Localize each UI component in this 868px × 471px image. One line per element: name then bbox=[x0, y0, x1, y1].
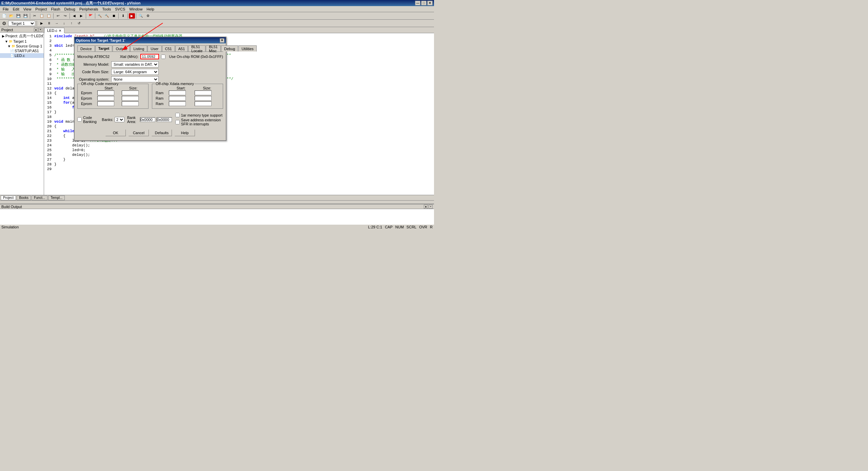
dialog-tab-debug[interactable]: Debug bbox=[221, 45, 238, 52]
project-settings-icon[interactable]: ⚙ bbox=[1, 20, 7, 26]
dialog-close-button[interactable]: ✕ bbox=[220, 38, 224, 43]
code-rom-label: Code Rom Size: bbox=[77, 70, 111, 74]
bank-end-input[interactable] bbox=[157, 117, 172, 122]
menu-peripherals[interactable]: Peripherals bbox=[77, 6, 100, 12]
eprom3-size[interactable] bbox=[122, 101, 139, 106]
tree-source-group[interactable]: ▼ 📁 Source Group 1 bbox=[0, 44, 44, 48]
ram2-start[interactable] bbox=[169, 96, 186, 101]
bank-area-label: Bank Area: bbox=[127, 116, 139, 124]
build-all-button[interactable]: 🔨 bbox=[103, 13, 110, 19]
dialog-tab-utilities[interactable]: Utilities bbox=[238, 45, 256, 52]
ram3-start[interactable] bbox=[169, 101, 186, 106]
menu-tools[interactable]: Tools bbox=[100, 6, 113, 12]
bank-start-input[interactable] bbox=[140, 117, 155, 122]
memory-model-select[interactable]: Small: variables in DATA bbox=[111, 61, 159, 67]
redo-button[interactable]: ↪ bbox=[62, 13, 68, 19]
dialog-tab-user[interactable]: User bbox=[147, 45, 161, 52]
use-onchip-rom-checkbox[interactable] bbox=[161, 55, 165, 59]
far-memory-checkbox[interactable] bbox=[175, 113, 180, 117]
tab-templates[interactable]: Templ... bbox=[48, 196, 65, 200]
save-all-button[interactable]: 💾 bbox=[22, 13, 29, 19]
dialog-tab-output[interactable]: Output bbox=[113, 45, 130, 52]
code-rom-select[interactable]: Large: 64K program bbox=[111, 69, 159, 75]
ram1-start[interactable] bbox=[169, 90, 186, 95]
menu-svcs[interactable]: SVCS bbox=[113, 6, 127, 12]
debug-stop-icon[interactable]: ⏸ bbox=[46, 20, 53, 26]
eprom1-size[interactable] bbox=[122, 90, 139, 95]
menu-help[interactable]: Help bbox=[144, 6, 156, 12]
tab-project[interactable]: Project bbox=[1, 196, 16, 200]
tree-target[interactable]: ▼ 📁 Target 1 bbox=[0, 39, 44, 44]
debug-step-out-icon[interactable]: ↑ bbox=[68, 20, 75, 26]
tab-close-icon[interactable]: ✕ bbox=[59, 29, 61, 33]
eprom2-size[interactable] bbox=[122, 96, 139, 101]
panel-close-button[interactable]: ✕ bbox=[38, 28, 42, 32]
ram1-size[interactable] bbox=[195, 90, 212, 95]
debug-run-icon[interactable]: ▶ bbox=[38, 20, 45, 26]
replace-button[interactable]: ⚙ bbox=[144, 13, 151, 19]
xtal-input[interactable] bbox=[140, 54, 159, 59]
code-scrollbar-h[interactable] bbox=[0, 200, 434, 204]
help-button[interactable]: Help bbox=[175, 129, 195, 136]
close-button[interactable]: ✕ bbox=[427, 1, 433, 5]
build-button[interactable]: 🔨 bbox=[96, 13, 103, 19]
download-button[interactable]: ⬇ bbox=[120, 13, 126, 19]
target-select[interactable]: Target 1 bbox=[8, 21, 35, 26]
ram3-size[interactable] bbox=[195, 101, 212, 106]
copy-button[interactable]: 📋 bbox=[38, 13, 45, 19]
menu-project[interactable]: Project bbox=[33, 6, 49, 12]
menu-debug[interactable]: Debug bbox=[62, 6, 77, 12]
cancel-button[interactable]: Cancel bbox=[129, 129, 149, 136]
code-tab-led[interactable]: LED.c ✕ bbox=[44, 28, 64, 33]
dialog-tab-bl51-locate[interactable]: BL51 Locate bbox=[188, 45, 205, 52]
menu-view[interactable]: View bbox=[21, 6, 34, 12]
defaults-button[interactable]: Defaults bbox=[152, 129, 172, 136]
paste-button[interactable]: 📋 bbox=[45, 13, 52, 19]
ram2-size[interactable] bbox=[195, 96, 212, 101]
tree-root[interactable]: ▶ Project: 点亮一个LED灯 bbox=[0, 33, 44, 39]
dialog-tab-target[interactable]: Target bbox=[95, 45, 113, 52]
build-close-button[interactable]: × bbox=[429, 205, 433, 209]
tab-books[interactable]: Books bbox=[17, 196, 31, 200]
navigate-back-button[interactable]: ◀ bbox=[71, 13, 78, 19]
new-button[interactable]: 📄 bbox=[1, 13, 7, 19]
dialog-tab-a51[interactable]: A51 bbox=[175, 45, 188, 52]
tab-functions[interactable]: Funct... bbox=[32, 196, 47, 200]
dialog-tab-device[interactable]: Device bbox=[77, 45, 95, 52]
menu-edit[interactable]: Edit bbox=[11, 6, 21, 12]
debug-reset-icon[interactable]: ↺ bbox=[76, 20, 82, 26]
build-float-button[interactable]: ▲ bbox=[424, 205, 428, 209]
ok-button[interactable]: OK bbox=[105, 129, 126, 136]
options-dialog[interactable]: Options for Target 'Target 1' ✕ Device T… bbox=[74, 37, 226, 141]
menu-file[interactable]: File bbox=[1, 6, 11, 12]
menu-flash[interactable]: Flash bbox=[49, 6, 62, 12]
find-button[interactable]: 🔍 bbox=[137, 13, 144, 19]
tree-file-startup[interactable]: 📄 STARTUP.A51 bbox=[0, 48, 44, 53]
stop-build-button[interactable]: ⏹ bbox=[111, 13, 117, 19]
start-debug-button[interactable]: ▶ bbox=[129, 13, 135, 19]
device-row: Microchip AT89C52 Xtal (MHz): Use On-chi… bbox=[77, 54, 223, 59]
navigate-forward-button[interactable]: ▶ bbox=[78, 13, 85, 19]
save-address-checkbox[interactable] bbox=[175, 120, 180, 124]
dialog-tab-bl51-misc[interactable]: BL51 Misc bbox=[206, 45, 221, 52]
dialog-tab-c51[interactable]: C51 bbox=[162, 45, 175, 52]
tree-file-led[interactable]: 📄 LED.c bbox=[0, 53, 44, 58]
open-button[interactable]: 📂 bbox=[8, 13, 15, 19]
banks-select[interactable]: 2 bbox=[115, 117, 124, 122]
debug-step-over-icon[interactable]: → bbox=[53, 20, 60, 26]
cut-button[interactable]: ✂ bbox=[31, 13, 38, 19]
dialog-tab-listing[interactable]: Listing bbox=[130, 45, 147, 52]
debug-step-into-icon[interactable]: ↓ bbox=[61, 20, 67, 26]
save-button[interactable]: 💾 bbox=[15, 13, 22, 19]
panel-float-button[interactable]: ▲ bbox=[34, 28, 38, 32]
bookmark-button[interactable]: 🚩 bbox=[87, 13, 94, 19]
maximize-button[interactable]: □ bbox=[421, 1, 427, 5]
code-banking-checkbox[interactable] bbox=[77, 117, 82, 122]
target-expand-icon: ▼ bbox=[5, 40, 8, 43]
eprom1-start[interactable] bbox=[97, 90, 114, 95]
minimize-button[interactable]: — bbox=[415, 1, 420, 5]
undo-button[interactable]: ↩ bbox=[55, 13, 61, 19]
eprom3-start[interactable] bbox=[97, 101, 114, 106]
eprom2-start[interactable] bbox=[97, 96, 114, 101]
menu-window[interactable]: Window bbox=[127, 6, 144, 12]
